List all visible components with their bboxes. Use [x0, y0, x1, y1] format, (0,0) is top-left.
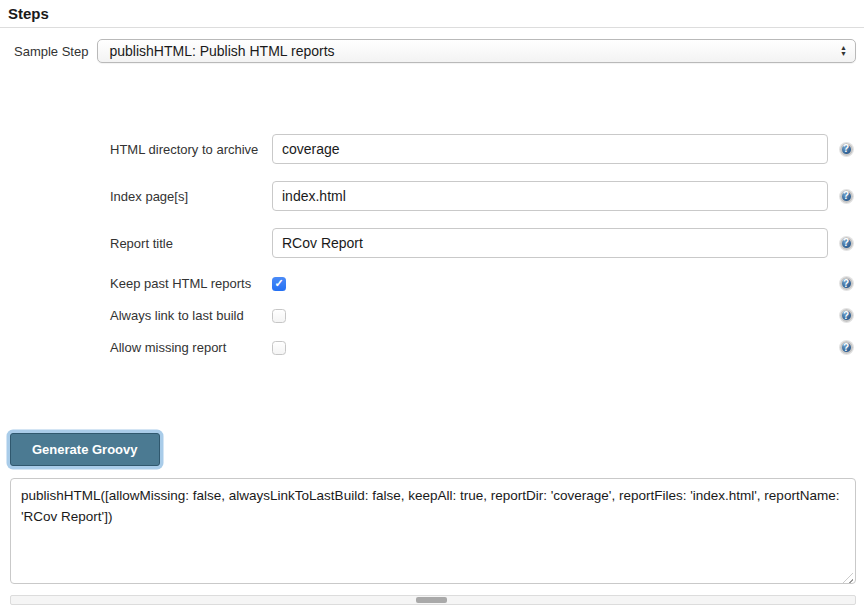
help-icon[interactable]: ?	[840, 309, 853, 322]
help-icon[interactable]: ?	[840, 190, 853, 203]
section-title: Steps	[0, 0, 864, 22]
index-pages-input[interactable]	[272, 181, 828, 211]
horizontal-scrollbar[interactable]	[10, 595, 856, 605]
checkbox-label: Keep past HTML reports	[110, 276, 272, 291]
report-title-input[interactable]	[272, 228, 828, 258]
button-area: Generate Groovy	[10, 433, 864, 466]
field-label: Report title	[110, 236, 272, 251]
question-mark-glyph: ?	[843, 238, 849, 248]
always-link-checkbox[interactable]	[272, 309, 286, 323]
sample-step-label: Sample Step	[14, 44, 88, 59]
publish-html-form: HTML directory to archive ? Index page[s…	[0, 134, 864, 356]
steps-section: Steps Sample Step publishHTML: Publish H…	[0, 0, 864, 605]
checkbox-row-always-link: Always link to last build ?	[0, 307, 864, 324]
report-dir-input[interactable]	[272, 134, 828, 164]
field-row-index-pages: Index page[s] ?	[0, 181, 864, 211]
scrollbar-thumb[interactable]	[416, 597, 447, 603]
checkbox-row-allow-missing: Allow missing report ?	[0, 339, 864, 356]
keep-past-reports-checkbox[interactable]	[272, 277, 286, 291]
arrow-down-icon: ▼	[840, 51, 847, 57]
checkbox-label: Always link to last build	[110, 308, 272, 323]
help-icon[interactable]: ?	[840, 277, 853, 290]
question-mark-glyph: ?	[843, 191, 849, 201]
field-label: Index page[s]	[110, 189, 272, 204]
field-label: HTML directory to archive	[110, 142, 272, 157]
sample-step-row: Sample Step publishHTML: Publish HTML re…	[14, 39, 856, 63]
section-divider	[0, 27, 864, 28]
question-mark-glyph: ?	[843, 342, 849, 352]
field-row-report-title: Report title ?	[0, 228, 864, 258]
sample-step-selected-value: publishHTML: Publish HTML reports	[109, 43, 840, 59]
generated-script-area: publishHTML([allowMissing: false, always…	[10, 478, 856, 588]
select-arrows-icon: ▲ ▼	[840, 45, 847, 57]
help-icon[interactable]: ?	[840, 237, 853, 250]
question-mark-glyph: ?	[843, 144, 849, 154]
generated-script-textarea[interactable]: publishHTML([allowMissing: false, always…	[10, 478, 856, 584]
sample-step-select[interactable]: publishHTML: Publish HTML reports ▲ ▼	[97, 39, 856, 63]
checkbox-row-keep-all: Keep past HTML reports ?	[0, 275, 864, 292]
allow-missing-checkbox[interactable]	[272, 341, 286, 355]
field-row-report-dir: HTML directory to archive ?	[0, 134, 864, 164]
question-mark-glyph: ?	[843, 310, 849, 320]
question-mark-glyph: ?	[843, 278, 849, 288]
help-icon[interactable]: ?	[840, 341, 853, 354]
checkbox-label: Allow missing report	[110, 340, 272, 355]
generate-groovy-button[interactable]: Generate Groovy	[10, 433, 160, 466]
help-icon[interactable]: ?	[840, 143, 853, 156]
